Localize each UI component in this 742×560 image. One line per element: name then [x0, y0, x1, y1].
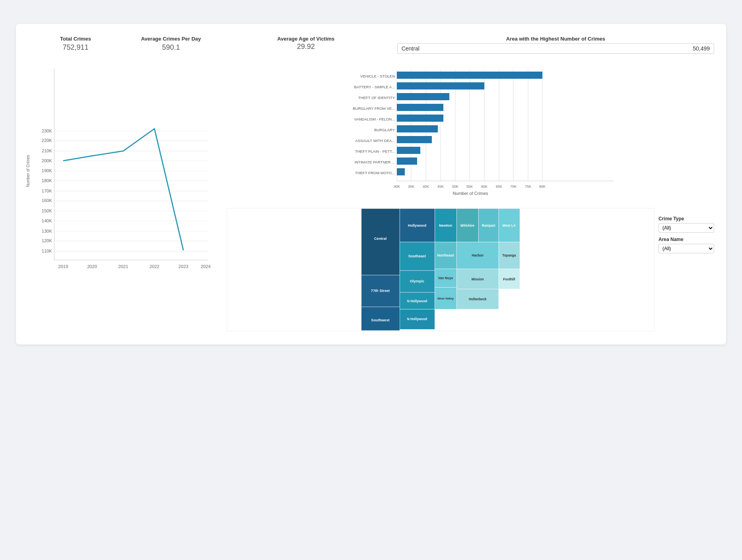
svg-text:80K: 80K: [539, 185, 546, 189]
treemap-area: Central Hollywood Newton Wilshire Rampar…: [227, 208, 714, 332]
right-panel: Average Age of Victims 29.92 Area with t…: [227, 36, 714, 332]
total-crimes-label: Total Crimes: [28, 36, 123, 42]
svg-text:N Hollywood: N Hollywood: [407, 317, 427, 321]
svg-text:60K: 60K: [481, 185, 488, 189]
svg-text:N Hollywood: N Hollywood: [407, 299, 427, 303]
svg-text:THEFT FROM MOTO...: THEFT FROM MOTO...: [355, 171, 395, 175]
svg-text:210K: 210K: [42, 148, 52, 153]
svg-text:Van Nuys: Van Nuys: [438, 276, 453, 280]
kpi-row: Total Crimes 752,911 Average Crimes Per …: [28, 36, 219, 52]
area-highest-stat: Area with the Highest Number of Crimes C…: [397, 36, 714, 54]
avg-crimes-label: Average Crimes Per Day: [123, 36, 219, 42]
svg-text:Newton: Newton: [439, 224, 452, 228]
svg-text:70K: 70K: [510, 185, 517, 189]
svg-rect-57: [397, 125, 438, 132]
svg-text:Wilshire: Wilshire: [460, 224, 474, 228]
svg-rect-63: [397, 158, 417, 165]
svg-text:160K: 160K: [42, 198, 52, 203]
svg-text:75K: 75K: [525, 185, 531, 189]
left-panel: Total Crimes 752,911 Average Crimes Per …: [28, 36, 219, 332]
svg-text:200K: 200K: [42, 158, 52, 163]
svg-text:180K: 180K: [42, 178, 52, 183]
svg-rect-51: [397, 93, 449, 100]
crime-type-select[interactable]: (All): [658, 223, 714, 233]
svg-text:West LA: West LA: [503, 224, 516, 228]
svg-text:Mission: Mission: [472, 277, 484, 281]
svg-rect-78: [361, 209, 400, 275]
svg-text:Rampart: Rampart: [482, 224, 495, 228]
avg-crimes-value: 590.1: [123, 43, 219, 52]
svg-rect-55: [397, 115, 443, 122]
svg-text:45K: 45K: [437, 185, 444, 189]
svg-text:BURGLARY: BURGLARY: [374, 128, 395, 132]
svg-text:West Valley: West Valley: [437, 297, 454, 300]
line-chart-svg: 110K 120K 130K 140K 150K 160K 170K 180K …: [28, 60, 219, 282]
svg-text:Hollywood: Hollywood: [408, 224, 426, 228]
total-crimes-kpi: Total Crimes 752,911: [28, 36, 123, 52]
svg-text:35K: 35K: [408, 185, 414, 189]
svg-text:2020: 2020: [87, 264, 97, 269]
svg-text:170K: 170K: [42, 189, 52, 193]
avg-age-label: Average Age of Victims: [227, 36, 385, 42]
svg-text:Northeast: Northeast: [437, 253, 454, 257]
treemap-svg: Central Hollywood Newton Wilshire Rampar…: [227, 208, 655, 331]
area-name: Central: [402, 45, 420, 52]
svg-rect-47: [397, 72, 542, 79]
svg-text:120K: 120K: [42, 238, 52, 243]
avg-age-stat: Average Age of Victims 29.92: [227, 36, 385, 54]
svg-text:Hollenbeck: Hollenbeck: [469, 297, 487, 301]
svg-text:Foothill: Foothill: [503, 277, 515, 281]
svg-text:Southwest: Southwest: [371, 318, 389, 322]
svg-text:77th Street: 77th Street: [371, 289, 390, 293]
svg-text:ASSAULT WITH DEA...: ASSAULT WITH DEA...: [355, 138, 395, 143]
treemap-container: Central Hollywood Newton Wilshire Rampar…: [227, 208, 655, 332]
svg-text:130K: 130K: [42, 229, 52, 233]
treemap-controls: Crime Type (All) Area Name (All): [658, 208, 714, 332]
area-stat-box: Central 50,499: [397, 43, 714, 54]
svg-text:30K: 30K: [394, 185, 400, 189]
svg-text:Southeast: Southeast: [408, 254, 426, 258]
bar-chart-svg: VEHICLE - STOLEN BATTERY - SIMPLE A... T…: [227, 64, 714, 199]
svg-text:190K: 190K: [42, 168, 52, 173]
svg-text:2021: 2021: [118, 264, 128, 269]
y-axis-label: Number of Crimes: [26, 155, 30, 187]
area-value: 50,499: [693, 45, 710, 52]
svg-text:40K: 40K: [423, 185, 429, 189]
svg-rect-49: [397, 82, 484, 89]
svg-text:Number of Crimes: Number of Crimes: [453, 191, 488, 196]
crime-type-label: Crime Type: [658, 216, 714, 222]
svg-text:2023: 2023: [179, 264, 188, 269]
svg-text:VANDALISM - FELON...: VANDALISM - FELON...: [354, 117, 395, 121]
svg-text:THEFT OF IDENTITY: THEFT OF IDENTITY: [358, 95, 395, 100]
dashboard: Total Crimes 752,911 Average Crimes Per …: [16, 24, 726, 344]
svg-text:110K: 110K: [42, 249, 52, 253]
svg-text:65K: 65K: [496, 185, 502, 189]
top-stats-row: Average Age of Victims 29.92 Area with t…: [227, 36, 714, 54]
svg-text:INTIMATE PARTNER ...: INTIMATE PARTNER ...: [355, 160, 395, 164]
svg-text:Olympic: Olympic: [410, 279, 424, 283]
svg-text:230K: 230K: [42, 128, 52, 133]
svg-text:Topanga: Topanga: [502, 253, 516, 257]
svg-text:2024: 2024: [201, 264, 211, 269]
svg-text:55K: 55K: [466, 185, 473, 189]
avg-crimes-kpi: Average Crimes Per Day 590.1: [123, 36, 219, 52]
svg-text:THEFT PLAIN - PETT...: THEFT PLAIN - PETT...: [355, 149, 395, 154]
svg-rect-53: [397, 104, 443, 111]
area-name-label: Area Name: [658, 237, 714, 242]
svg-text:Central: Central: [374, 237, 387, 241]
svg-text:50K: 50K: [452, 185, 458, 189]
area-name-select[interactable]: (All): [658, 244, 714, 253]
svg-text:2019: 2019: [58, 264, 68, 269]
total-crimes-value: 752,911: [28, 43, 123, 52]
svg-rect-61: [397, 147, 420, 154]
svg-text:220K: 220K: [42, 138, 52, 143]
svg-text:140K: 140K: [42, 218, 52, 223]
svg-text:Harbor: Harbor: [472, 253, 484, 257]
svg-rect-59: [397, 136, 432, 143]
bar-chart-container: VEHICLE - STOLEN BATTERY - SIMPLE A... T…: [227, 64, 714, 200]
svg-text:VEHICLE - STOLEN: VEHICLE - STOLEN: [360, 74, 395, 78]
svg-text:2022: 2022: [150, 264, 159, 269]
svg-text:150K: 150K: [42, 208, 52, 213]
svg-rect-65: [397, 168, 405, 175]
svg-text:BATTERY - SIMPLE A...: BATTERY - SIMPLE A...: [354, 85, 395, 89]
